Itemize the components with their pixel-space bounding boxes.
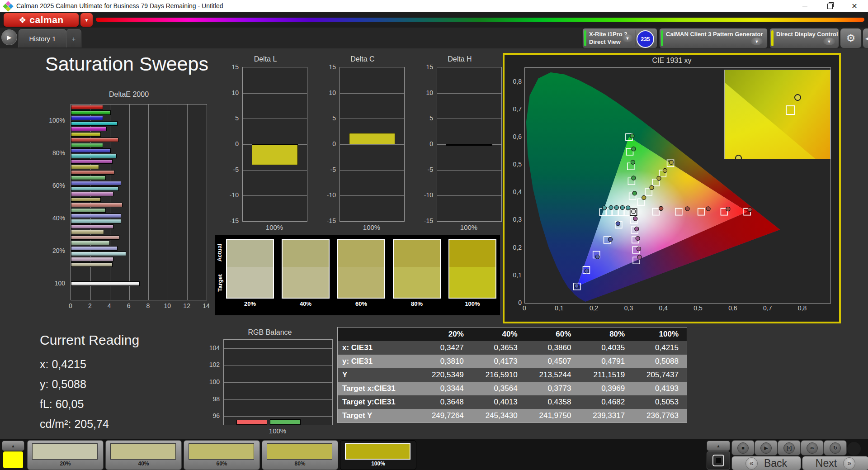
display-control-dropdown[interactable]: Direct Display Control ▼ xyxy=(769,28,839,48)
y-tick-label: -10 xyxy=(222,191,239,199)
back-button[interactable]: « Back xyxy=(731,456,801,470)
calman-menu-dropdown-button[interactable]: ▼ xyxy=(80,13,93,27)
swatch-box xyxy=(282,239,330,299)
actual-swatch xyxy=(394,240,440,267)
meter-status-accent xyxy=(584,30,586,46)
deltae-bar xyxy=(71,165,99,169)
pattern-patch-40%[interactable]: 40% xyxy=(105,440,182,470)
cie-measured-red xyxy=(726,207,730,211)
inset-measured-point xyxy=(735,155,742,159)
swatch-percent-label: 80% xyxy=(393,300,441,307)
deltaC-bar xyxy=(349,133,395,144)
table-row-label: Target Y xyxy=(338,409,418,423)
gridline xyxy=(224,365,332,366)
actual-swatch xyxy=(283,240,329,267)
deltae-bar xyxy=(71,159,113,164)
close-button[interactable]: ✕ xyxy=(844,0,865,12)
cie-measured-magenta xyxy=(636,236,640,240)
cie-measured-yellow xyxy=(663,168,667,172)
patch-label: 80% xyxy=(262,461,338,467)
pattern-generator-dropdown[interactable]: CalMAN Client 3 Pattern Generator ▼ xyxy=(659,28,768,48)
gridline xyxy=(224,348,332,349)
divider xyxy=(636,30,636,46)
y-tick-label: -15 xyxy=(417,217,433,224)
play-button[interactable]: ▶ xyxy=(755,440,778,456)
restore-button[interactable] xyxy=(819,0,841,12)
table-cell: 0,5088 xyxy=(633,355,687,368)
current-reading-value: cd/m²: 205,74 xyxy=(40,414,139,434)
continuous-measure-button[interactable]: ∞ xyxy=(801,440,824,456)
plus-icon: + xyxy=(72,35,76,43)
bar-group-80% xyxy=(71,137,207,170)
table-row-label: Target y:CIE31 xyxy=(338,395,418,409)
pattern-patch-100%[interactable]: 100% xyxy=(340,440,416,470)
minimize-button[interactable] xyxy=(794,0,816,12)
active-color-swatch[interactable] xyxy=(3,451,23,468)
expand-transport-panel-button[interactable]: ▲ xyxy=(707,441,730,451)
y-tick-label: 0,5 xyxy=(508,161,522,168)
chevron-down-icon: ▼ xyxy=(751,38,763,45)
y-tick-label: 5 xyxy=(320,114,336,122)
y-tick-label: 100 xyxy=(204,378,220,385)
settings-button[interactable]: ⚙ xyxy=(840,28,862,48)
y-tick-label: 100% xyxy=(45,117,65,124)
chevron-down-icon: ▼ xyxy=(622,34,633,42)
deltae-bar xyxy=(71,230,104,234)
table-cell: 0,4791 xyxy=(579,355,633,368)
app-window: Calman 2025 Calman Ultimate for Business… xyxy=(0,0,868,470)
collapse-panel-button[interactable]: ◀ xyxy=(863,28,868,48)
display-control-name: Direct Display Control xyxy=(776,31,838,38)
patch-swatch xyxy=(345,443,410,460)
gridline xyxy=(243,119,307,119)
y-tick-label: 20% xyxy=(45,247,65,254)
refresh-button[interactable]: ↻ xyxy=(824,440,847,456)
table-cell: 236,7763 xyxy=(633,409,687,423)
y-tick-label: 98 xyxy=(204,395,220,403)
deltaH-bar xyxy=(446,144,492,146)
cie-measured-magenta xyxy=(633,217,637,221)
cie-measured-cyan xyxy=(620,205,624,209)
pattern-patch-20%[interactable]: 20% xyxy=(27,440,104,470)
deltae-bar xyxy=(71,192,113,196)
delta-h-chart: Delta H151050-5-10-15100% xyxy=(417,55,503,245)
chevron-left-icon: ◀ xyxy=(865,35,868,42)
single-measure-button[interactable]: [•] xyxy=(778,440,801,456)
current-reading-value: fL: 60,05 xyxy=(40,394,139,414)
table-cell: 249,7264 xyxy=(418,409,472,423)
cie-measured-blue xyxy=(595,255,599,259)
x-tick-label: 0,2 xyxy=(590,304,598,312)
x-tick-label: 14 xyxy=(203,302,210,309)
swatch-column-40%: 40% xyxy=(282,239,330,307)
rgb-balance-chart: RGB Balance1041021009896100% xyxy=(204,328,335,439)
swatch-box xyxy=(393,239,441,299)
deltae-bar xyxy=(71,203,123,207)
window-title: Calman 2025 Calman Ultimate for Business… xyxy=(16,2,223,9)
tab-history-1[interactable]: History 1 xyxy=(19,29,66,47)
add-tab-button[interactable]: + xyxy=(66,29,81,47)
cie-measured-magenta xyxy=(637,247,641,251)
cie-measured-blue xyxy=(575,284,579,288)
y-tick-label: 0 xyxy=(222,140,239,147)
table-cell: 0,3564 xyxy=(472,382,526,395)
inset-measured-point xyxy=(794,94,801,101)
expand-patch-panel-button[interactable]: ▲ xyxy=(2,441,24,451)
calman-menu-button[interactable]: ❖ calman xyxy=(4,13,79,27)
pattern-window-button[interactable] xyxy=(707,451,730,470)
cie-zoom-inset xyxy=(724,70,830,159)
stop-button[interactable]: ■ xyxy=(731,440,755,456)
meter-reading-badge[interactable]: 235 xyxy=(637,30,654,48)
table-column-header: 20% xyxy=(418,328,472,341)
cie-measured-magenta xyxy=(635,227,639,231)
pattern-patch-80%[interactable]: 80% xyxy=(262,440,338,470)
chevron-double-right-icon: » xyxy=(843,457,855,470)
meter-dropdown[interactable]: X-Rite i1Pro 2 Direct View ▼ 235 xyxy=(582,28,657,48)
gridline xyxy=(437,195,501,196)
table-cell: 0,4173 xyxy=(472,355,526,368)
patch-label: 100% xyxy=(340,461,416,467)
deltae-bar xyxy=(71,121,118,126)
y-tick-label: -15 xyxy=(320,217,336,224)
pattern-patch-60%[interactable]: 60% xyxy=(184,440,260,470)
layout-nav-button[interactable]: ▶ xyxy=(1,29,17,45)
y-tick-label: -5 xyxy=(320,166,336,173)
next-button[interactable]: Next » xyxy=(802,456,868,470)
